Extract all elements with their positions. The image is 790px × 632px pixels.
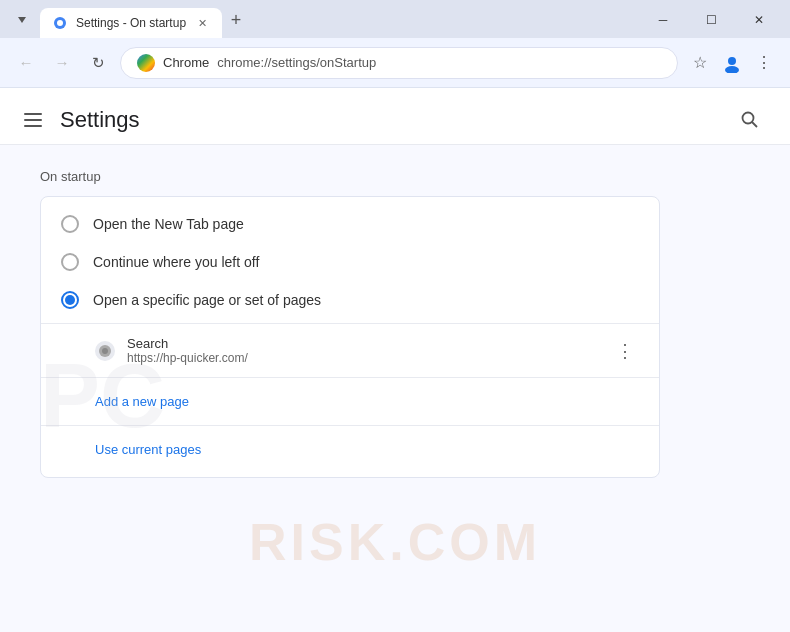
window-controls: ─ ☐ ✕ — [640, 6, 790, 34]
settings-page-title: Settings — [60, 107, 140, 133]
divider-2 — [41, 377, 659, 378]
tab-area: Settings - On startup ✕ + — [8, 0, 640, 38]
use-current-pages-btn[interactable]: Use current pages — [41, 434, 221, 465]
settings-search-btn[interactable] — [734, 104, 766, 136]
option-continue[interactable]: Continue where you left off — [41, 243, 659, 281]
hamburger-menu-btn[interactable] — [24, 108, 48, 132]
divider-1 — [41, 323, 659, 324]
option-specific-page[interactable]: Open a specific page or set of pages — [41, 281, 659, 319]
title-bar: Settings - On startup ✕ + ─ ☐ ✕ — [0, 0, 790, 38]
svg-point-4 — [725, 66, 739, 73]
new-tab-button[interactable]: + — [222, 6, 250, 34]
svg-point-8 — [102, 348, 108, 354]
url-bar[interactable]: Chrome chrome://settings/onStartup — [120, 47, 678, 79]
svg-point-2 — [57, 20, 63, 26]
site-info: Search https://hp-quicker.com/ — [127, 336, 599, 365]
site-options-btn[interactable]: ⋮ — [611, 337, 639, 365]
divider-3 — [41, 425, 659, 426]
chrome-menu-btn[interactable]: ⋮ — [750, 49, 778, 77]
maximize-btn[interactable]: ☐ — [688, 6, 734, 34]
option-new-tab-label: Open the New Tab page — [93, 216, 244, 232]
svg-marker-0 — [18, 17, 26, 23]
url-text: chrome://settings/onStartup — [217, 55, 376, 70]
option-continue-label: Continue where you left off — [93, 254, 259, 270]
bookmark-star-btn[interactable]: ☆ — [686, 49, 714, 77]
option-specific-page-label: Open a specific page or set of pages — [93, 292, 321, 308]
profile-btn[interactable] — [718, 49, 746, 77]
chrome-icon — [137, 54, 155, 72]
browser-content: Settings PC RISK.COM On startup Open the… — [0, 88, 790, 632]
toolbar-icons: ☆ ⋮ — [686, 49, 778, 77]
active-tab[interactable]: Settings - On startup ✕ — [40, 8, 222, 38]
close-btn[interactable]: ✕ — [736, 6, 782, 34]
address-bar: ← → ↻ Chrome chrome://settings/onStartup… — [0, 38, 790, 88]
settings-header: Settings — [0, 88, 790, 145]
add-new-page-btn[interactable]: Add a new page — [41, 386, 209, 417]
back-btn[interactable]: ← — [12, 49, 40, 77]
radio-continue[interactable] — [61, 253, 79, 271]
site-name: Search — [127, 336, 599, 351]
section-title: On startup — [40, 169, 750, 184]
site-entry: Search https://hp-quicker.com/ ⋮ — [41, 328, 659, 373]
radio-specific-page[interactable] — [61, 291, 79, 309]
tab-close-btn[interactable]: ✕ — [194, 15, 210, 31]
site-favicon — [95, 341, 115, 361]
settings-title-area: Settings — [24, 107, 140, 133]
svg-point-5 — [743, 113, 754, 124]
forward-btn[interactable]: → — [48, 49, 76, 77]
radio-new-tab[interactable] — [61, 215, 79, 233]
tab-favicon — [52, 15, 68, 31]
svg-point-3 — [728, 57, 736, 65]
reload-btn[interactable]: ↻ — [84, 49, 112, 77]
startup-options-card: Open the New Tab page Continue where you… — [40, 196, 660, 478]
tab-dropdown-btn[interactable] — [8, 6, 36, 34]
content-area: PC RISK.COM On startup Open the New Tab … — [0, 145, 790, 632]
brand-label: Chrome — [163, 55, 209, 70]
site-url: https://hp-quicker.com/ — [127, 351, 599, 365]
option-new-tab[interactable]: Open the New Tab page — [41, 205, 659, 243]
svg-line-6 — [752, 122, 757, 127]
minimize-btn[interactable]: ─ — [640, 6, 686, 34]
settings-body: On startup Open the New Tab page Continu… — [0, 145, 790, 632]
tab-title: Settings - On startup — [76, 16, 186, 30]
